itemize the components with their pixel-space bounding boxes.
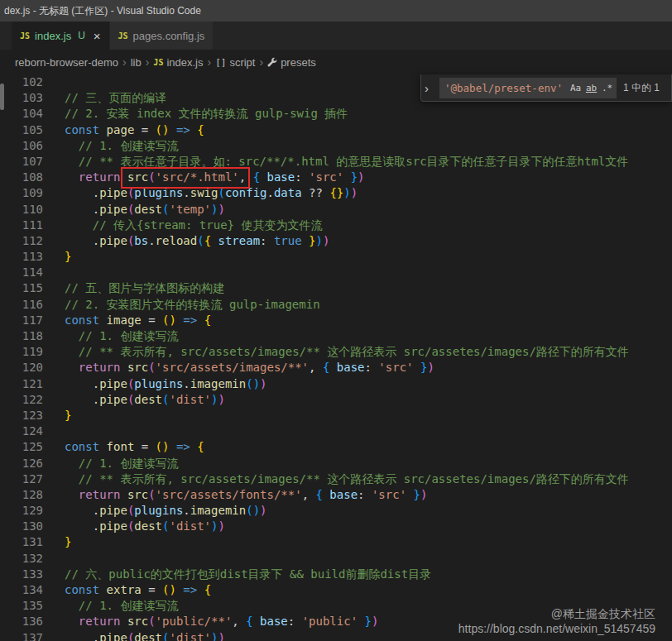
line-number: 132 — [0, 551, 43, 567]
code-text: .pipe(plugins.imagemin()) — [43, 376, 267, 392]
code-text: // 五、图片与字体图标的构建 — [43, 280, 224, 296]
line-number: 137 — [0, 630, 43, 641]
find-results-count: 1 中的 1 — [623, 81, 660, 95]
code-text: const font = () => { — [43, 439, 204, 455]
untracked-badge: U — [78, 30, 85, 41]
code-line[interactable]: 113} — [0, 249, 672, 265]
toggle-replace-chevron-icon[interactable]: › — [425, 81, 434, 95]
regex-icon[interactable]: .* — [599, 80, 615, 96]
code-text: .pipe(plugins.swig(config.data ?? {})) — [43, 185, 358, 201]
code-line[interactable]: 119 // ** 表示所有, src/assets/images/** 这个路… — [0, 344, 672, 360]
code-text: return src('src/assets/fonts/**', { base… — [43, 487, 427, 503]
code-line[interactable]: 129 .pipe(plugins.imagemin()) — [0, 503, 672, 519]
javascript-file-icon: JS — [20, 31, 30, 41]
match-case-icon[interactable]: Aa — [568, 80, 583, 96]
line-number: 115 — [0, 280, 43, 296]
code-text — [43, 551, 65, 567]
code-line[interactable]: 130 .pipe(dest('dist')) — [0, 519, 672, 534]
code-line[interactable]: 133// 六、public的文件打包到dist目录下 && build前删除d… — [0, 567, 672, 582]
line-number: 103 — [0, 90, 43, 106]
line-number: 114 — [0, 265, 43, 280]
code-line[interactable]: 106 // 1. 创建读写流 — [0, 138, 672, 154]
code-line[interactable]: 112 .pipe(bs.reload({ stream: true })) — [0, 233, 672, 249]
code-text: // 2. 安装 index 文件的转换流 gulp-swig 插件 — [43, 106, 348, 122]
line-number: 117 — [0, 313, 43, 328]
breadcrumb-item-project[interactable]: reborn-browser-demo — [15, 56, 118, 69]
code-line[interactable]: 127 // ** 表示所有, src/assets/images/** 这个路… — [0, 471, 672, 487]
code-line[interactable]: 117const image = () => { — [0, 313, 672, 328]
code-line[interactable]: 124 — [0, 423, 672, 439]
line-number: 108 — [0, 170, 43, 185]
wrench-icon — [267, 57, 277, 67]
tab-label: pages.config.js — [133, 30, 205, 42]
find-input[interactable]: '@babel/preset-env' Aa ab .* — [439, 78, 617, 98]
line-number: 124 — [0, 423, 43, 439]
code-text: // 传入{stream: true} 使其变为文件流 — [43, 218, 322, 233]
code-line[interactable]: 118 // 1. 创建读写流 — [0, 328, 672, 344]
code-text: .pipe(bs.reload({ stream: true })) — [43, 233, 329, 249]
symbol-script-icon: [] — [215, 57, 226, 68]
code-line[interactable]: 128 return src('src/assets/fonts/**', { … — [0, 487, 672, 503]
close-icon[interactable]: × — [94, 30, 101, 42]
code-line[interactable]: 109 .pipe(plugins.swig(config.data ?? {}… — [0, 185, 672, 201]
code-text: .pipe(dest('dist')) — [43, 630, 225, 641]
code-text: // 三、页面的编译 — [43, 90, 166, 106]
line-number: 134 — [0, 582, 43, 598]
line-number: 135 — [0, 598, 43, 614]
find-widget: › '@babel/preset-env' Aa ab .* 1 中的 1 — [420, 74, 672, 102]
code-text: // 六、public的文件打包到dist目录下 && build前删除dist… — [43, 567, 431, 582]
breadcrumb-script-label: script — [229, 56, 255, 69]
title-bar: dex.js - 无标题 (工作区) - Visual Studio Code — [0, 0, 672, 22]
chevron-right-icon: › — [122, 55, 127, 69]
code-text: // 1. 创建读写流 — [43, 456, 178, 471]
line-number: 119 — [0, 344, 43, 360]
line-number: 122 — [0, 392, 43, 408]
code-text: const page = () => { — [43, 122, 204, 138]
line-number: 131 — [0, 534, 43, 550]
tab-index-js[interactable]: JS index.js U × — [12, 22, 110, 50]
code-line[interactable]: 116// 2. 安装图片文件的转换流 gulp-imagemin — [0, 297, 672, 313]
code-text: // 1. 创建读写流 — [43, 598, 178, 614]
code-text: // 2. 安装图片文件的转换流 gulp-imagemin — [43, 297, 320, 313]
line-number: 136 — [0, 614, 43, 629]
code-line[interactable]: 132 — [0, 551, 672, 567]
line-number: 128 — [0, 487, 43, 503]
line-number: 109 — [0, 185, 43, 201]
code-line[interactable]: 105const page = () => { — [0, 122, 672, 138]
line-number: 133 — [0, 567, 43, 582]
tab-label: index.js — [35, 30, 71, 42]
code-line[interactable]: 123} — [0, 408, 672, 423]
breadcrumb-item-presets[interactable]: presets — [267, 56, 316, 69]
code-line[interactable]: 110 .pipe(dest('temp')) — [0, 202, 672, 218]
breadcrumb-item-script[interactable]: [] script — [215, 56, 255, 69]
code-line[interactable]: 115// 五、图片与字体图标的构建 — [0, 280, 672, 296]
chevron-right-icon: › — [259, 55, 263, 69]
code-line[interactable]: 111 // 传入{stream: true} 使其变为文件流 — [0, 218, 672, 233]
breadcrumb-item-file[interactable]: JS index.js — [153, 56, 203, 69]
code-line[interactable]: 104// 2. 安装 index 文件的转换流 gulp-swig 插件 — [0, 106, 672, 122]
code-line[interactable]: 122 .pipe(dest('dist')) — [0, 392, 672, 408]
code-editor[interactable]: 102103// 三、页面的编译104// 2. 安装 index 文件的转换流… — [0, 74, 672, 641]
breadcrumb-item-lib[interactable]: lib — [131, 56, 142, 69]
code-line[interactable]: 126 // 1. 创建读写流 — [0, 456, 672, 471]
code-line[interactable]: 120 return src('src/assets/images/**', {… — [0, 360, 672, 376]
whole-word-icon[interactable]: ab — [583, 80, 599, 96]
code-line[interactable]: 131} — [0, 534, 672, 550]
tab-bar: JS index.js U × JS pages.config.js — [0, 22, 672, 50]
chevron-right-icon: › — [207, 55, 211, 69]
code-line[interactable]: 108 return src('src/*.html', { base: 'sr… — [0, 170, 672, 185]
code-line[interactable]: 121 .pipe(plugins.imagemin()) — [0, 376, 672, 392]
code-line[interactable]: 114 — [0, 265, 672, 280]
line-number: 116 — [0, 297, 43, 313]
tab-pages-config-js[interactable]: JS pages.config.js — [110, 22, 214, 50]
code-line[interactable]: 125const font = () => { — [0, 439, 672, 455]
code-line[interactable]: 134const extra = () => { — [0, 582, 672, 598]
left-edge-marker — [0, 84, 4, 110]
code-line[interactable]: 107 // ** 表示任意子目录。如: src/**/*.html 的意思是读… — [0, 154, 672, 170]
javascript-file-icon: JS — [118, 31, 128, 41]
line-number: 110 — [0, 202, 43, 218]
line-number: 104 — [0, 106, 43, 122]
line-number: 106 — [0, 138, 43, 154]
code-text: } — [43, 249, 71, 265]
code-text: } — [43, 408, 71, 423]
